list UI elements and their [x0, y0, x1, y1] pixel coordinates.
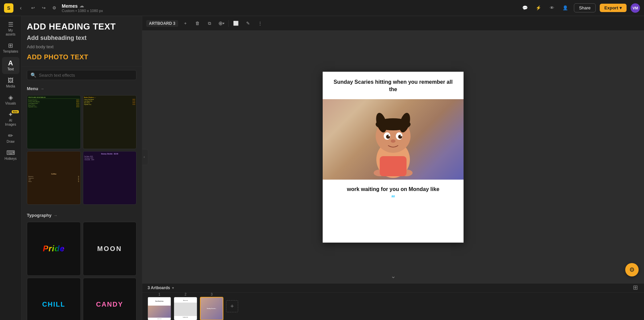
- section-menu-header[interactable]: Menu →: [21, 83, 142, 94]
- section-menu-title: Menu: [27, 86, 38, 91]
- add-artboard-button[interactable]: +: [181, 19, 190, 28]
- blend-chevron-icon: ▾: [223, 21, 224, 25]
- document-subtitle: Custom • 1080 x 1080 px: [62, 9, 103, 13]
- artboards-strip: 1 Something funny caption text 2 M: [142, 293, 644, 320]
- visuals-label: Visuals: [5, 102, 16, 106]
- hotkeys-label: Hotkeys: [4, 157, 16, 161]
- artboard-thumb-3[interactable]: Sunday Scaries... ⋮: [200, 297, 223, 320]
- search-area: 🔍: [21, 67, 142, 80]
- blend-mode-button[interactable]: ⊕ ▾: [217, 19, 226, 27]
- search-box: 🔍: [27, 70, 137, 80]
- moon-text: MOON: [97, 245, 122, 253]
- search-input[interactable]: [39, 73, 133, 78]
- sidebar-item-media[interactable]: 🖼 Media: [2, 75, 19, 91]
- artboard-thumb-wrapper-2: 2 Meme text bottom text: [174, 293, 197, 320]
- artboard-label: ARTBOARD 3: [146, 20, 178, 27]
- redo-button[interactable]: ↪: [39, 3, 48, 13]
- export-chevron-icon: ▾: [620, 5, 622, 10]
- chill-text: CHILL: [42, 301, 65, 308]
- artboards-chevron-icon[interactable]: ▾: [172, 286, 174, 290]
- typography-moon[interactable]: MOON: [83, 222, 137, 276]
- artboard-thumb-2[interactable]: Meme text bottom text: [174, 297, 197, 320]
- section-menu: Menu → FRUITS AND VEGETABLES Roasted Chi…: [21, 83, 142, 207]
- assets-icon: ☰: [8, 21, 13, 27]
- collapse-panel-button[interactable]: ‹: [142, 149, 148, 165]
- section-typography-arrow: →: [53, 213, 57, 218]
- canvas-viewport[interactable]: Sunday Scaries hitting when you remember…: [142, 31, 644, 283]
- add-body-button[interactable]: Add body text: [27, 44, 137, 49]
- menu-template-3[interactable]: Coffee Americano1$ Cappuccino1$ Latte1$ …: [27, 151, 81, 205]
- pride-text: Pride: [43, 244, 65, 253]
- menu-template-3-content: Coffee Americano1$ Cappuccino1$ Latte1$ …: [27, 151, 80, 205]
- media-label: Media: [6, 84, 15, 88]
- frame-button[interactable]: ⬜: [231, 19, 241, 28]
- topbar-right: 💬 ⚡ 👁 👤 Share Export ▾ VM: [520, 3, 640, 13]
- settings-wheel-icon: ⚙: [629, 266, 635, 273]
- canvas-chevron-button[interactable]: ⌄: [391, 272, 396, 280]
- person-icon[interactable]: 👤: [560, 3, 570, 13]
- hotkeys-icon: ⌨: [6, 150, 15, 156]
- svg-point-11: [391, 139, 395, 143]
- export-button[interactable]: Export ▾: [600, 4, 627, 12]
- draw-label: Draw: [7, 140, 14, 144]
- sidebar-item-text[interactable]: A Text: [2, 57, 19, 74]
- menu-template-grid: FRUITS AND VEGETABLES Roasted Chicken...…: [21, 94, 142, 207]
- bolt-icon[interactable]: ⚡: [534, 3, 543, 13]
- document-title: Memes ☁ Custom • 1080 x 1080 px: [62, 3, 518, 13]
- sidebar-item-hotkeys[interactable]: ⌨ Hotkeys: [2, 147, 19, 164]
- zzz-text: ᶻᶻ: [391, 194, 395, 200]
- menu-template-1[interactable]: FRUITS AND VEGETABLES Roasted Chicken...…: [27, 95, 81, 149]
- history-actions: ↩ ↪ ⚙: [28, 3, 59, 13]
- delete-artboard-button[interactable]: 🗑: [193, 19, 202, 28]
- section-typography-header[interactable]: Typography →: [21, 210, 142, 220]
- bottom-text-content: work waiting for you on Monday like: [347, 186, 439, 192]
- undo-button[interactable]: ↩: [28, 3, 38, 13]
- artboard-canvas: Sunday Scaries hitting when you remember…: [323, 72, 464, 243]
- sidebar-item-visuals[interactable]: ◈ Visuals: [2, 92, 19, 108]
- add-photo-text-button[interactable]: ADD PHOTO TEXT: [27, 53, 137, 61]
- add-subheading-button[interactable]: Add subheading text: [27, 35, 137, 42]
- section-menu-arrow: →: [40, 86, 44, 91]
- sidebar-item-templates[interactable]: ⊞ Templates: [2, 40, 19, 56]
- draw-icon: ✏: [8, 133, 13, 139]
- blend-icon: ⊕: [218, 20, 223, 26]
- add-artboard-strip-button[interactable]: +: [226, 300, 238, 312]
- sidebar-item-my-assets[interactable]: ☰ My assets: [2, 19, 19, 39]
- artboard-thumb-menu-button[interactable]: ⋮: [217, 298, 222, 303]
- avatar[interactable]: VM: [631, 3, 640, 13]
- typography-pride[interactable]: Pride: [27, 222, 81, 276]
- settings-button[interactable]: ⚙: [50, 3, 59, 13]
- share-button[interactable]: Share: [574, 3, 596, 12]
- svg-rect-14: [380, 156, 407, 176]
- artboard-bottom-text: work waiting for you on Monday like ᶻᶻ: [323, 180, 464, 242]
- add-heading-button[interactable]: ADD HEADING TEXT: [27, 21, 137, 32]
- menu-template-2[interactable]: Butter Chicken...... Chicken Tikka Masal…: [83, 95, 137, 149]
- preview-icon[interactable]: 👁: [547, 3, 556, 13]
- main-content: ☰ My assets ⊞ Templates A Text 🖼 Media ◈…: [0, 16, 644, 320]
- typography-chill[interactable]: CHILL: [27, 278, 81, 320]
- chat-icon[interactable]: 💬: [520, 3, 530, 13]
- templates-icon: ⊞: [8, 43, 13, 49]
- topbar: S ‹ ↩ ↪ ⚙ Memes ☁ Custom • 1080 x 1080 p…: [0, 0, 644, 16]
- back-button[interactable]: ‹: [16, 3, 25, 13]
- duplicate-artboard-button[interactable]: ⧉: [205, 19, 214, 28]
- menu-template-4[interactable]: Stoney Stickle - $3.50 Roy Katara - $3.2…: [83, 151, 137, 205]
- right-float-button[interactable]: ⚙: [625, 263, 639, 276]
- text-options: ADD HEADING TEXT Add subheading text Add…: [21, 16, 142, 67]
- grid-icon-button[interactable]: ⊞: [633, 284, 638, 291]
- artboard-thumb-1[interactable]: Something funny caption text: [148, 297, 171, 320]
- sidebar-item-ai-images[interactable]: New ✦ AI Images: [2, 109, 19, 129]
- canvas-area: ARTBOARD 3 + 🗑 ⧉ ⊕ ▾ ⬜ ✎ ⋮ Sunday Scarie…: [142, 16, 644, 320]
- cloud-icon: ☁: [79, 3, 84, 8]
- artboard-thumb-wrapper-3: 3 Sunday Scaries... ⋮: [200, 293, 223, 320]
- ai-images-label: AI Images: [3, 119, 18, 127]
- typography-template-grid: Pride MOON CHILL CANDY: [21, 220, 142, 320]
- more-options-button[interactable]: ⋮: [256, 19, 265, 28]
- typography-candy[interactable]: CANDY: [83, 278, 137, 320]
- sidebar-item-draw[interactable]: ✏ Draw: [2, 130, 19, 146]
- svg-point-9: [388, 135, 390, 136]
- artboard-thumb-wrapper-1: 1 Something funny caption text: [148, 293, 171, 320]
- text-icon: A: [8, 60, 13, 66]
- pen-button[interactable]: ✎: [244, 19, 253, 28]
- artboard-num-2: 2: [184, 293, 186, 296]
